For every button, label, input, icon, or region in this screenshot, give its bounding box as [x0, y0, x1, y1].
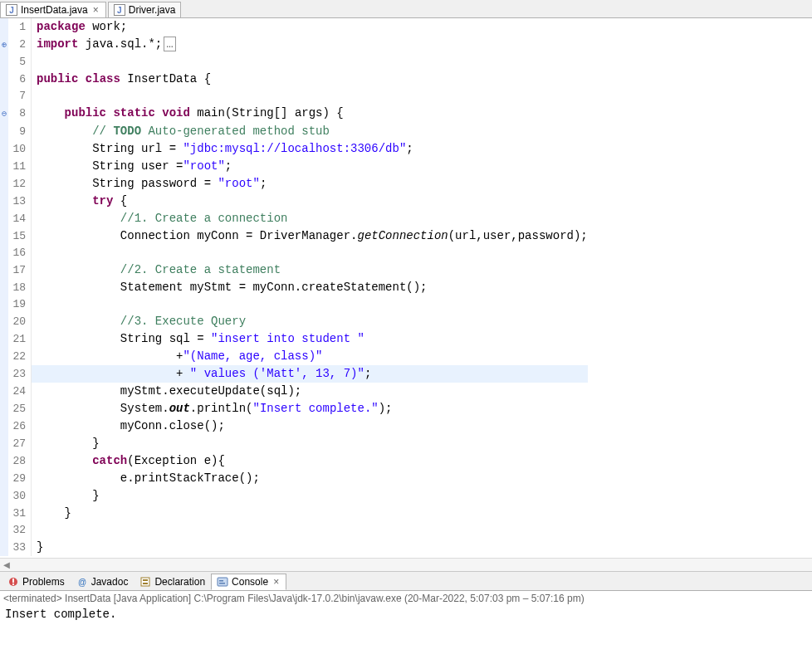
code-line[interactable]: Statement myStmt = myConn.createStatemen…: [32, 279, 588, 296]
console-icon: [217, 576, 228, 588]
view-tab-label: Declaration: [154, 576, 205, 588]
code-line[interactable]: String password = "root";: [32, 175, 588, 193]
editor-tabstrip: J InsertData.java × J Driver.java: [0, 0, 812, 18]
code-editor[interactable]: 1package work; ⊕2import java.sql.*;… 5 6…: [0, 18, 812, 571]
code-line[interactable]: e.printStackTrace();: [32, 470, 588, 487]
svg-rect-4: [141, 578, 149, 586]
view-tab-label: Javadoc: [91, 576, 129, 588]
gutter-line-number: 14: [8, 210, 32, 227]
code-line[interactable]: try {: [32, 193, 588, 210]
gutter-line-number: 28: [8, 452, 32, 470]
editor-tab-label: InsertData.java: [21, 4, 88, 16]
code-line[interactable]: //2. Create a statement: [32, 261, 588, 279]
method-marker-icon[interactable]: ⊖: [0, 105, 8, 123]
console-status-line: <terminated> InsertData [Java Applicatio…: [0, 591, 812, 606]
gutter-line-number: 10: [8, 140, 32, 158]
code-line[interactable]: System.out.println("Insert complete.");: [32, 400, 588, 417]
code-line[interactable]: public static void main(String[] args) {: [32, 105, 588, 123]
code-line[interactable]: }: [32, 539, 588, 556]
editor-tab-label: Driver.java: [129, 4, 176, 16]
gutter-line-number: 27: [8, 435, 32, 452]
code-line[interactable]: import java.sql.*;…: [32, 36, 588, 54]
editor-tab-driver[interactable]: J Driver.java: [108, 2, 182, 17]
code-line[interactable]: //3. Execute Query: [32, 313, 588, 330]
code-line-current[interactable]: + " values ('Matt', 13, 7)";: [32, 365, 588, 383]
gutter-line-number: 29: [8, 470, 32, 487]
code-line[interactable]: }: [32, 435, 588, 452]
editor-horizontal-scrollbar[interactable]: ◄: [0, 558, 812, 571]
svg-rect-2: [12, 583, 14, 585]
gutter-line-number: 9: [8, 123, 32, 140]
scroll-left-icon[interactable]: ◄: [0, 559, 13, 571]
gutter-line-number: 18: [8, 279, 32, 296]
gutter-line-number: 26: [8, 417, 32, 435]
gutter-line-number: 30: [8, 487, 32, 505]
code-line[interactable]: [32, 88, 588, 105]
svg-rect-6: [143, 583, 148, 584]
gutter-line-number: 22: [8, 348, 32, 365]
code-line[interactable]: [32, 54, 588, 71]
code-line[interactable]: //1. Create a connection: [32, 210, 588, 227]
code-line[interactable]: String sql = "insert into student ": [32, 330, 588, 348]
gutter-line-number: 16: [8, 245, 32, 261]
bottom-views-tabstrip: Problems @ Javadoc Declaration Console ×: [0, 571, 812, 591]
gutter-line-number: 23: [8, 365, 32, 383]
gutter-line-number: 7: [8, 88, 32, 105]
svg-rect-5: [143, 579, 148, 581]
gutter-line-number: 12: [8, 175, 32, 193]
view-tab-label: Console: [232, 576, 268, 588]
code-line[interactable]: [32, 522, 588, 539]
gutter-line-number: 8: [8, 105, 32, 123]
code-line[interactable]: [32, 296, 588, 313]
view-tab-label: Problems: [22, 576, 65, 588]
gutter-line-number: 20: [8, 313, 32, 330]
code-line[interactable]: public class InsertData {: [32, 71, 588, 88]
gutter-line-number: 13: [8, 193, 32, 210]
code-line[interactable]: Connection myConn = DriverManager.getCon…: [32, 227, 588, 245]
svg-rect-8: [219, 580, 223, 582]
expand-imports-icon[interactable]: ⊕: [0, 36, 8, 54]
gutter-line-number: 25: [8, 400, 32, 417]
editor-tab-insertdata[interactable]: J InsertData.java ×: [0, 2, 106, 17]
code-line[interactable]: +"(Name, age, class)": [32, 348, 588, 365]
svg-rect-1: [12, 579, 14, 583]
gutter-line-number: 24: [8, 383, 32, 400]
code-line[interactable]: package work;: [32, 18, 588, 36]
view-tab-javadoc[interactable]: @ Javadoc: [71, 574, 135, 590]
code-line[interactable]: myStmt.executeUpdate(sql);: [32, 383, 588, 400]
close-icon[interactable]: ×: [271, 576, 281, 588]
close-icon[interactable]: ×: [91, 4, 100, 16]
gutter-line-number: 6: [8, 71, 32, 88]
code-line[interactable]: [32, 245, 588, 261]
code-line[interactable]: }: [32, 505, 588, 522]
declaration-icon: [139, 576, 151, 588]
gutter-line-number: 19: [8, 296, 32, 313]
gutter-line-number: 5: [8, 54, 32, 71]
gutter-line-number: 31: [8, 505, 32, 522]
java-file-icon: J: [6, 4, 17, 16]
gutter-line-number: 21: [8, 330, 32, 348]
gutter-line-number: 11: [8, 158, 32, 175]
svg-text:@: @: [78, 578, 86, 587]
gutter-line-number: 15: [8, 227, 32, 245]
code-line[interactable]: }: [32, 487, 588, 505]
view-tab-problems[interactable]: Problems: [2, 574, 71, 590]
code-line[interactable]: String user ="root";: [32, 158, 588, 175]
gutter-line-number: 17: [8, 261, 32, 279]
code-line[interactable]: String url = "jdbc:mysql://localhost:330…: [32, 140, 588, 158]
java-file-icon: J: [114, 4, 125, 16]
javadoc-icon: @: [76, 576, 88, 588]
gutter-line-number: 1: [8, 18, 32, 36]
svg-rect-7: [218, 578, 227, 586]
gutter-line-number: 33: [8, 539, 32, 556]
console-output[interactable]: Insert complete.: [0, 606, 812, 664]
gutter-line-number: 2: [8, 36, 32, 54]
svg-rect-9: [219, 583, 225, 584]
view-tab-console[interactable]: Console ×: [211, 574, 286, 590]
problems-icon: [7, 576, 19, 588]
code-line[interactable]: myConn.close();: [32, 417, 588, 435]
code-line[interactable]: catch(Exception e){: [32, 452, 588, 470]
view-tab-declaration[interactable]: Declaration: [134, 574, 211, 590]
code-line[interactable]: // TODO Auto-generated method stub: [32, 123, 588, 140]
gutter-line-number: 32: [8, 522, 32, 539]
